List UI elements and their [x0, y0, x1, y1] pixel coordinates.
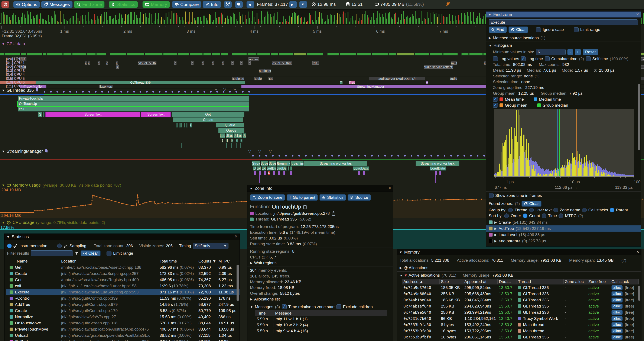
column-header[interactable]: Size	[440, 279, 463, 284]
glthread-zone[interactable]	[43, 112, 44, 117]
group-checkbox[interactable]	[493, 103, 498, 108]
frame-marker-icon[interactable]: ▽	[223, 87, 226, 92]
sample-dot[interactable]	[197, 91, 199, 93]
sample-dot[interactable]	[133, 91, 135, 93]
sample-dot[interactable]	[146, 91, 148, 93]
sampling-radio[interactable]	[57, 243, 62, 248]
expand-icon[interactable]: ▶	[494, 220, 497, 224]
streaming-mark[interactable]	[284, 171, 285, 175]
allocation-row[interactable]: 0x74a9d37040186.35 KB295,999,844ns13:50.…	[402, 284, 639, 291]
cpu-zone[interactable]: c	[202, 61, 204, 65]
messages-button[interactable]: Messages	[41, 1, 73, 8]
streaming-zone[interactable]: LoU	[257, 166, 261, 171]
allocation-row[interactable]: 0x74ab1be040186.68 KB294,645,364ns13:50.…	[402, 297, 639, 303]
found-clear-button[interactable]: Clear	[522, 201, 541, 207]
streaming-zone[interactable]: LcU	[253, 166, 256, 171]
sample-dot[interactable]	[298, 155, 300, 157]
streaming-zone[interactable]: LoadData	[430, 166, 446, 171]
sample-dot[interactable]	[450, 155, 452, 157]
glthread-zone[interactable]	[184, 123, 185, 128]
sample-dot[interactable]	[63, 91, 64, 93]
glthread-zone[interactable]: OnTouchUp	[18, 101, 249, 106]
alloc-button[interactable]: alloc	[612, 334, 623, 340]
table-row[interactable]: Createjni/../jni/src/guif/Control.cpp:17…	[6, 307, 240, 314]
sample-dot[interactable]	[417, 155, 419, 157]
cpu-zone[interactable]: c	[240, 61, 242, 65]
sample-dot[interactable]	[424, 155, 426, 157]
frame-marker-icon[interactable]: ▽	[269, 149, 272, 153]
frame-marker-icon[interactable]: ▽	[234, 87, 236, 92]
sample-dot[interactable]	[210, 91, 212, 93]
radio-parent[interactable]	[610, 208, 614, 212]
cpu-zone[interactable]: auc	[268, 77, 273, 80]
streaming-mark[interactable]	[290, 171, 292, 175]
cpu-zone[interactable]: c	[222, 61, 224, 65]
sample-dot[interactable]	[437, 155, 439, 157]
log-time-checkbox[interactable]	[521, 56, 526, 61]
sample-dot[interactable]	[248, 91, 250, 93]
glthread-zone[interactable]: Loa	[220, 133, 225, 138]
streaming-mark[interactable]	[273, 171, 275, 175]
streaming-mark[interactable]	[435, 171, 437, 175]
prev-frame-button[interactable]: ◀	[246, 1, 254, 8]
limit-range-checkbox[interactable]	[574, 27, 578, 32]
radio-zone-name[interactable]	[554, 208, 558, 212]
sample-dot[interactable]	[44, 91, 46, 93]
cpu-zone[interactable]: audio	[450, 77, 457, 80]
show-zone-time-checkbox[interactable]	[489, 193, 494, 198]
zone-info-titlebar[interactable]: ▼Zone info×	[248, 185, 393, 191]
expand-icon[interactable]: ▶	[489, 36, 491, 40]
exclude-children-checkbox[interactable]	[336, 304, 342, 309]
alloc-button[interactable]: alloc	[612, 297, 623, 303]
streaming-zone[interactable]: Streaming worker task	[416, 161, 460, 166]
found-zone-group[interactable]: ▶AddTree(18,542) 227.19 ms	[486, 225, 641, 232]
filter-clear-button[interactable]: Clear	[80, 250, 100, 256]
expand-icon[interactable]: ▶	[400, 266, 402, 270]
find-zone-button[interactable]: Find zone	[74, 1, 105, 8]
message-row[interactable]: 5.59 smip 9 w 4 h 4 (16)	[255, 328, 387, 334]
find-zone-histogram[interactable]	[494, 109, 634, 177]
table-row[interactable]: ~Controljni/../jni/src/guif/Control.cpp:…	[6, 295, 240, 301]
alloc-button[interactable]: alloc	[612, 322, 623, 327]
sample-dot[interactable]	[325, 155, 326, 157]
sample-dot[interactable]	[242, 91, 244, 93]
sample-dot[interactable]	[272, 155, 274, 157]
message-row[interactable]: 5.59 smip 11 w 1 h 1 (1)	[255, 316, 387, 322]
streaming-mark[interactable]	[440, 171, 441, 175]
sample-dot[interactable]	[108, 91, 109, 93]
sample-dot[interactable]	[391, 155, 392, 157]
sample-dot[interactable]	[404, 155, 406, 157]
allocation-row[interactable]: 0x7553b9fbf016 bytes296,661,146ns13:50.7…	[402, 334, 639, 340]
radio-user-text[interactable]	[529, 208, 534, 212]
streaming-mark[interactable]: C	[268, 171, 270, 175]
cpu-zone[interactable]: GLThread 336	[36, 81, 245, 84]
cpu-zone[interactable]: c	[98, 61, 100, 65]
glthread-zone[interactable]: |-	[240, 139, 242, 142]
cpu-zone[interactable]: c	[232, 61, 234, 65]
close-icon[interactable]: ×	[235, 234, 238, 239]
sample-dot[interactable]	[159, 91, 160, 93]
cpu-zone[interactable]: audioserver (AudioOut_D)	[369, 77, 425, 80]
sample-dot[interactable]	[88, 91, 90, 93]
sample-dot[interactable]	[312, 155, 313, 157]
table-row[interactable]: AddTreejni/../jni/src/guif/Control.cpp:6…	[6, 301, 240, 307]
sample-dot[interactable]	[384, 155, 386, 157]
expand-icon[interactable]: ▶	[250, 261, 252, 265]
sample-dot[interactable]	[430, 155, 432, 157]
streaming-mark[interactable]	[264, 171, 266, 175]
sample-dot[interactable]	[351, 155, 353, 157]
glthread-zone[interactable]: Create	[173, 117, 243, 122]
table-row[interactable]: PrivateTouchMovejni/../jni/src/claw/appl…	[6, 326, 240, 332]
streaming-zone[interactable]	[290, 166, 292, 171]
glthread-zone[interactable]	[186, 123, 187, 128]
instrumentation-radio[interactable]	[7, 243, 12, 248]
options-button[interactable]: Options	[13, 1, 40, 8]
glthread-zone[interactable]: (	[222, 139, 223, 142]
table-row[interactable]: Unloadjni/../jni/src/claw/graphics/pixel…	[6, 332, 240, 338]
glthread-zone[interactable]: |	[226, 139, 228, 142]
glthread-zone[interactable]: call	[18, 107, 249, 112]
next-frame-button[interactable]: ▶	[289, 1, 297, 8]
min-bin-decrease-button[interactable]: -	[567, 49, 573, 55]
expand-icon[interactable]: ▶	[494, 233, 497, 237]
cpu-zone[interactable]: audio.se	[232, 77, 244, 80]
